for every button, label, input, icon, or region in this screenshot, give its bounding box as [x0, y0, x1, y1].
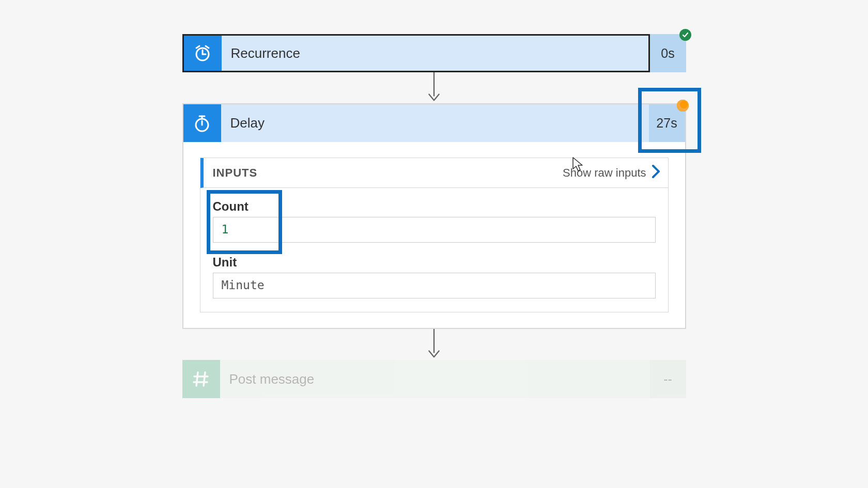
svg-line-3 — [196, 46, 199, 48]
show-raw-inputs-label: Show raw inputs — [563, 166, 646, 180]
inputs-panel: INPUTS Show raw inputs Count 1 Unit — [200, 158, 669, 312]
step-delay[interactable]: Delay 27s INPUTS Show raw inputs — [182, 103, 686, 329]
inputs-section-title: INPUTS — [213, 166, 563, 180]
step-post-message[interactable]: Post message -- — [182, 360, 686, 398]
step-recurrence-title: Recurrence — [222, 36, 648, 71]
success-status-icon — [679, 29, 691, 41]
step-post-message-duration: -- — [650, 360, 686, 398]
step-post-message-title: Post message — [220, 360, 650, 398]
chevron-right-icon — [652, 164, 661, 181]
unit-value: Minute — [213, 273, 656, 298]
svg-line-4 — [206, 46, 209, 48]
show-raw-inputs-link[interactable]: Show raw inputs — [563, 164, 660, 181]
step-recurrence-duration: 0s — [650, 34, 686, 72]
step-recurrence[interactable]: Recurrence 0s — [182, 34, 686, 72]
hash-icon — [182, 360, 220, 398]
svg-line-11 — [196, 372, 198, 386]
alarm-clock-icon — [184, 36, 222, 71]
count-value: 1 — [213, 217, 656, 243]
step-delay-title: Delay — [221, 104, 649, 142]
stopwatch-icon — [183, 104, 221, 142]
running-status-icon — [677, 100, 689, 112]
flow-connector — [426, 72, 442, 103]
count-label: Count — [213, 199, 656, 214]
flow-connector — [426, 329, 442, 360]
svg-line-12 — [204, 372, 205, 386]
unit-label: Unit — [213, 255, 656, 270]
